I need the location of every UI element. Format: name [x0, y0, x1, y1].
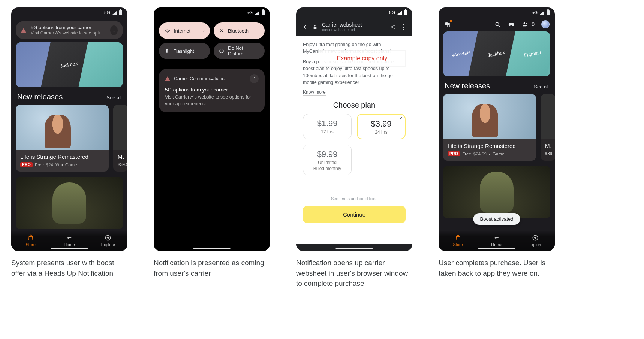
chevron-right-icon: › [203, 28, 205, 33]
featured-card[interactable] [16, 177, 123, 229]
qs-flashlight[interactable]: Flashlight [159, 43, 210, 59]
game-tile-peek[interactable]: Moto $39.99 [541, 94, 555, 161]
signal-icon [540, 11, 544, 15]
hun-title: 5G options from your carrier [31, 25, 106, 30]
promo-label-3 [87, 62, 123, 68]
home-indicator[interactable] [335, 248, 373, 249]
plan-price: $1.99 [306, 119, 348, 128]
battery-icon [547, 10, 550, 15]
screenshot-4-store-with-toast: 5G 0 [439, 7, 555, 251]
old-price: $24.99 [473, 152, 487, 156]
plan-price: $9.99 [306, 149, 348, 159]
pro-badge: PRO [448, 151, 460, 156]
heads-up-notification[interactable]: 5G options from your carrier Visit Carri… [16, 21, 123, 39]
avatar[interactable] [541, 20, 550, 28]
game-tile-life-is-strange[interactable]: Life is Strange Remastered PRO Free $24.… [16, 105, 109, 172]
friends-count[interactable]: 0 [522, 21, 535, 28]
featured-card[interactable] [443, 166, 550, 218]
plan-option-1[interactable]: $1.99 12 hrs [303, 114, 352, 139]
nav-store[interactable]: Store [439, 230, 477, 251]
signal-icon [397, 11, 402, 15]
game-price: $39.99 [118, 162, 127, 167]
game-tile-peek[interactable]: Moto $39.99 [113, 105, 127, 172]
search-icon[interactable] [494, 21, 501, 28]
home-indicator[interactable] [478, 248, 515, 249]
promo-carousel[interactable]: Jackbox [16, 42, 123, 87]
know-more-link[interactable]: Know more [303, 90, 326, 96]
choose-plan-heading: Choose plan [296, 101, 412, 109]
gift-icon[interactable] [444, 21, 451, 28]
promo-carousel[interactable]: Wavetale Jackbox Figment [443, 31, 550, 76]
free-label: Free [35, 163, 44, 167]
share-icon[interactable] [390, 24, 396, 30]
section-title: New releases [445, 82, 490, 90]
bag-icon [455, 234, 461, 241]
bag-icon [27, 234, 34, 241]
example-copy-overlay: Example copy only [319, 50, 406, 67]
home-indicator[interactable] [193, 248, 231, 249]
websheet-navbar [296, 241, 412, 251]
plan-duration: 24 hrs [361, 130, 402, 135]
quick-settings: Internet › Bluetooth Flashlight [154, 18, 270, 62]
expand-chevron-icon[interactable]: ⌄ [110, 25, 118, 35]
lock-icon [313, 25, 318, 30]
nav-store[interactable]: Store [11, 230, 50, 251]
screenshot-1-store-with-hun: 5G 5G options from your carrier Visit Ca… [11, 7, 127, 251]
back-arrow-icon[interactable] [301, 24, 308, 30]
game-title: Moto [545, 143, 551, 149]
caption-2: Notification is presented as coming from… [154, 258, 270, 278]
status-bar: 5G [296, 7, 412, 18]
see-all-link[interactable]: See all [534, 84, 549, 90]
notification-body: Visit Carrier A's website to see options… [165, 94, 259, 107]
game-tag: Game [65, 163, 77, 167]
bottom-nav: Store Home Explore [439, 230, 555, 251]
status-bar: 5G [154, 7, 270, 18]
notification-app-name: Carrier Communications [174, 76, 225, 81]
compass-icon [105, 234, 111, 241]
plan-duration-2: Billed monthly [306, 166, 348, 171]
game-tile-life-is-strange[interactable]: Life is Strange Remastered PRO Free $24.… [443, 94, 536, 161]
overflow-menu-icon[interactable]: ⋮ [400, 23, 407, 31]
free-label: Free [462, 152, 471, 156]
qs-dnd[interactable]: Do Not Disturb [214, 43, 265, 59]
home-indicator[interactable] [51, 248, 88, 249]
game-title: Life is Strange Remastered [448, 143, 532, 149]
qs-internet[interactable]: Internet › [159, 22, 210, 39]
qs-label: Do Not Disturb [228, 45, 259, 57]
controller-icon[interactable] [508, 21, 515, 28]
nav-label: Store [453, 242, 463, 247]
screenshot-2-notification-shade: 5G Internet › Bluetooth [154, 7, 270, 251]
qs-label: Bluetooth [228, 28, 249, 34]
caption-4: User completes purchase. User is taken b… [439, 258, 555, 278]
terms-link[interactable]: See terms and conditions [296, 196, 412, 201]
network-label: 5G [104, 10, 110, 15]
websheet-title: Carrier websheet [322, 22, 362, 28]
battery-icon [262, 10, 265, 15]
nav-explore[interactable]: Explore [89, 230, 127, 251]
see-all-link[interactable]: See all [106, 95, 121, 100]
nav-label: Explore [101, 242, 115, 247]
websheet-toolbar: Carrier websheet carrier websheet url ⋮ [296, 18, 412, 36]
plan-option-2[interactable]: ✔ $3.99 24 hrs [357, 114, 406, 139]
collapse-chevron-icon[interactable]: ⌃ [250, 74, 259, 83]
qs-bluetooth[interactable]: Bluetooth [214, 22, 265, 39]
game-price: $39.99 [545, 151, 555, 156]
signal-icon [255, 11, 259, 15]
svg-point-8 [526, 23, 527, 24]
stadia-icon [66, 234, 73, 241]
battery-icon [119, 10, 122, 15]
promo-label-1: Wavetale [443, 48, 479, 60]
network-label: 5G [389, 10, 395, 15]
carrier-notification[interactable]: Carrier Communications ⌃ 5G options from… [159, 69, 265, 112]
screenshot-3-carrier-websheet: 5G Carrier websheet carrier websheet url [296, 7, 412, 251]
compass-icon [532, 234, 539, 241]
section-title: New releases [17, 93, 63, 101]
nav-home[interactable]: Home [477, 230, 516, 251]
continue-button[interactable]: Continue [303, 206, 406, 223]
nav-home[interactable]: Home [50, 230, 88, 251]
promo-label-3: Figment [514, 48, 550, 60]
plan-option-3[interactable]: $9.99 Unlimited Billed monthly [303, 145, 352, 175]
nav-explore[interactable]: Explore [516, 230, 555, 251]
network-label: 5G [532, 10, 538, 15]
game-tag: Game [493, 152, 504, 156]
